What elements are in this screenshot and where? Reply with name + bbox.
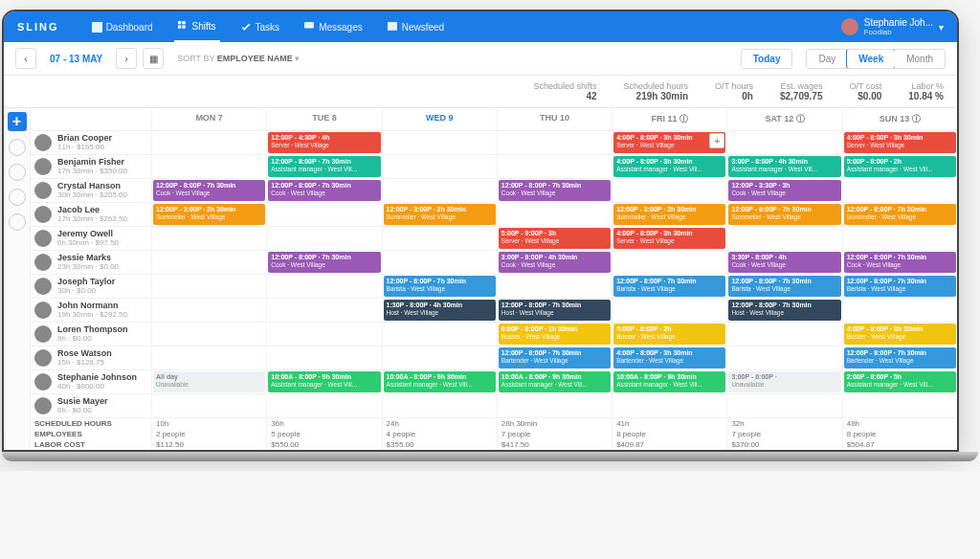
shift-block[interactable]: 3:00P - 6:00P ·Unavailable <box>728 371 840 392</box>
shift-slot[interactable]: 5:00P - 8:00P · 2hBusser · West Village <box>612 323 726 347</box>
shift-block[interactable]: 12:00P - 3:00P · 2h 30minSommelier · Wes… <box>613 204 725 225</box>
shift-slot[interactable]: 12:00P - 4:30P · 4hServer · West Village <box>266 131 381 155</box>
date-range[interactable]: 07 - 13 MAY <box>42 54 110 64</box>
shift-slot[interactable]: 3:30P - 8:00P · 4hCook · West Village <box>726 251 841 275</box>
shift-block[interactable]: 12:00P - 8:00P · 7h 30minHost · West Vil… <box>499 300 611 321</box>
shift-slot[interactable] <box>497 203 612 227</box>
shift-slot[interactable] <box>266 347 381 370</box>
shift-slot[interactable] <box>266 323 381 347</box>
shift-slot[interactable] <box>497 155 612 179</box>
employee-cell[interactable]: Benjamin Fisher17h 30min · $350.00 <box>31 155 151 179</box>
shift-block[interactable]: 12:00P - 8:00P · 7h 30minCook · West Vil… <box>268 252 380 273</box>
shift-block[interactable]: 12:00P - 4:30P · 4hServer · West Village <box>268 132 380 153</box>
shift-slot[interactable] <box>151 299 266 323</box>
shift-block[interactable]: 12:00P - 8:00P · 7h 30minBartender · Wes… <box>499 347 611 369</box>
shift-slot[interactable]: 10:00A - 8:00P · 9h 30minAssistant manag… <box>266 370 381 394</box>
shift-block[interactable]: 5:00P - 8:00P · 2hAssistant manager · We… <box>844 156 956 177</box>
shift-slot[interactable]: 12:00P - 8:00P · 7h 30minBarista · West … <box>382 275 497 299</box>
shift-block[interactable]: All dayUnavailable <box>153 371 265 392</box>
shift-slot[interactable] <box>151 323 266 347</box>
shift-slot[interactable] <box>266 275 381 299</box>
shift-slot[interactable] <box>266 203 381 227</box>
shift-slot[interactable] <box>266 394 381 418</box>
print-icon[interactable] <box>9 213 26 231</box>
shift-slot[interactable] <box>612 179 726 203</box>
shift-block[interactable]: 12:00P - 8:00P · 7h 30minCook · West Vil… <box>268 180 380 201</box>
shift-slot[interactable] <box>151 131 266 155</box>
employee-cell[interactable]: Jacob Lee17h 30min · $262.50 <box>31 203 151 227</box>
shift-slot[interactable] <box>382 251 497 275</box>
shift-block[interactable]: 12:00P - 8:00P · 7h 30minCook · West Vil… <box>499 180 611 201</box>
view-month[interactable]: Month <box>895 50 945 68</box>
view-day[interactable]: Day <box>807 50 847 68</box>
shift-block[interactable]: 12:00P - 8:00P · 7h 30minBarista · West … <box>844 276 956 297</box>
shift-slot[interactable] <box>726 394 841 418</box>
shift-block[interactable]: 5:00P - 9:00P · 3hServer · West Village <box>499 228 611 249</box>
shift-slot[interactable] <box>151 347 266 370</box>
shift-slot[interactable] <box>382 394 497 418</box>
shift-slot[interactable]: 12:00P - 8:00P · 7h 30minBarista · West … <box>726 275 841 299</box>
shift-slot[interactable]: 10:00A - 8:00P · 9h 30minAssistant manag… <box>382 370 497 394</box>
shift-block[interactable]: 5:00P - 8:00P · 2hBusser · West Village <box>613 324 725 345</box>
shift-slot[interactable]: 5:00P - 9:00P · 3hServer · West Village <box>497 227 612 251</box>
employee-cell[interactable]: Susie Mayer0h · $0.00 <box>31 394 151 418</box>
shift-slot[interactable]: 12:00P - 8:00P · 7h 30minSommelier · Wes… <box>726 203 841 227</box>
employee-cell[interactable]: Crystal Hanson30h 30min · $205.00 <box>31 179 151 203</box>
shift-slot[interactable]: 10:00A - 8:00P · 9h 30minAssistant manag… <box>497 370 612 394</box>
shift-block[interactable]: 4:00P - 8:00P · 3h 30minServer · West Vi… <box>613 228 725 249</box>
shift-slot[interactable] <box>842 179 957 203</box>
shift-block[interactable]: 10:00A - 8:00P · 9h 30minAssistant manag… <box>613 371 725 392</box>
shift-slot[interactable]: 4:00P - 8:00P · 3h 30minServer · West Vi… <box>612 131 726 155</box>
shift-slot[interactable]: 4:00P - 8:00P · 3h 30minBartender · West… <box>612 347 726 370</box>
shift-slot[interactable]: 12:00P - 8:00P · 7h 30minCook · West Vil… <box>497 179 612 203</box>
shift-block[interactable]: 12:00P - 8:00P · 7h 30minHost · West Vil… <box>728 300 840 321</box>
employee-cell[interactable]: Stephanie Johnson40h · $800.00 <box>31 370 151 394</box>
employee-cell[interactable]: Loren Thompson9h · $0.00 <box>31 323 151 347</box>
shift-slot[interactable]: 12:00P - 8:00P · 7h 30minHost · West Vil… <box>726 299 841 323</box>
shift-slot[interactable]: 3:00P - 8:00P · 4h 30minCook · West Vill… <box>497 251 612 275</box>
shift-slot[interactable]: 2:00P - 8:00P · 5hAssistant manager · We… <box>842 370 957 394</box>
shift-block[interactable]: 12:00P - 8:00P · 7h 30minCook · West Vil… <box>153 180 265 201</box>
shift-slot[interactable]: 12:00P - 3:00P · 2h 30minSommelier · Wes… <box>151 203 266 227</box>
shift-slot[interactable] <box>151 275 266 299</box>
shift-slot[interactable] <box>266 227 381 251</box>
employee-cell[interactable]: Jessie Marks23h 30min · $0.00 <box>31 251 151 275</box>
shift-slot[interactable]: 1:30P - 8:00P · 4h 30minHost · West Vill… <box>382 299 497 323</box>
shift-block[interactable]: 10:00A - 8:00P · 9h 30minAssistant manag… <box>384 371 496 392</box>
shift-block[interactable]: 4:00P - 8:00P · 3h 30minBartender · West… <box>613 347 725 369</box>
user-menu[interactable]: Stephanie Joh...Foodlab ▾ <box>841 17 944 36</box>
shift-slot[interactable] <box>382 323 497 347</box>
shift-slot[interactable] <box>842 394 957 418</box>
add-shift-button[interactable]: + <box>8 112 27 131</box>
shift-block[interactable]: 12:00P - 8:00P · 7h 30minSommelier · Wes… <box>728 204 840 225</box>
shift-slot[interactable]: 12:00P - 8:00P · 7h 30minCook · West Vil… <box>842 251 957 275</box>
shift-block[interactable]: 6:00P - 8:00P · 1h 30minBusser · West Vi… <box>499 324 611 345</box>
shift-slot[interactable] <box>382 227 497 251</box>
shift-slot[interactable] <box>612 394 726 418</box>
shift-slot[interactable] <box>726 131 841 155</box>
shift-block[interactable]: 2:00P - 8:00P · 5hAssistant manager · We… <box>844 371 956 392</box>
shift-block[interactable]: 12:00P - 3:00P · 2h 30minSommelier · Wes… <box>153 204 265 225</box>
shift-slot[interactable]: 12:00P - 8:00P · 7h 30minBarista · West … <box>612 275 726 299</box>
shift-block[interactable]: 1:30P - 8:00P · 4h 30minHost · West Vill… <box>384 300 496 321</box>
shift-block[interactable]: 12:00P - 3:30P · 3hCook · West Village <box>728 180 840 201</box>
shift-block[interactable]: 3:30P - 8:00P · 4hCook · West Village <box>728 252 840 273</box>
shift-slot[interactable]: 12:00P - 8:00P · 7h 30minCook · West Vil… <box>151 179 266 203</box>
shift-slot[interactable]: 5:00P - 8:00P · 2hAssistant manager · We… <box>842 155 957 179</box>
shift-slot[interactable]: 4:00P - 8:00P · 3h 30minBusser · West Vi… <box>842 323 957 347</box>
shift-slot[interactable]: 12:00P - 8:00P · 7h 30minCook · West Vil… <box>266 251 381 275</box>
shift-slot[interactable] <box>266 299 381 323</box>
shift-block[interactable]: 3:00P - 8:00P · 4h 30minCook · West Vill… <box>499 252 611 273</box>
shift-slot[interactable] <box>151 394 266 418</box>
nav-newsfeed[interactable]: Newsfeed <box>384 11 448 42</box>
shift-block[interactable]: 10:00A - 8:00P · 9h 30minAssistant manag… <box>499 371 611 392</box>
shift-slot[interactable]: 12:00P - 8:00P · 7h 30minBartender · Wes… <box>497 347 612 370</box>
shift-slot[interactable] <box>612 251 726 275</box>
shift-block[interactable]: 12:00P - 8:00P · 7h 30minBartender · Wes… <box>844 347 956 369</box>
employee-cell[interactable]: John Normann19h 30min · $292.50 <box>31 299 151 323</box>
nav-tasks[interactable]: Tasks <box>237 11 284 42</box>
shift-block[interactable]: 4:00P - 8:00P · 3h 30minBusser · West Vi… <box>844 324 956 345</box>
location-icon[interactable] <box>9 139 26 156</box>
next-week-button[interactable]: › <box>116 48 137 69</box>
shift-slot[interactable]: 12:00P - 3:00P · 2h 30minSommelier · Wes… <box>612 203 726 227</box>
